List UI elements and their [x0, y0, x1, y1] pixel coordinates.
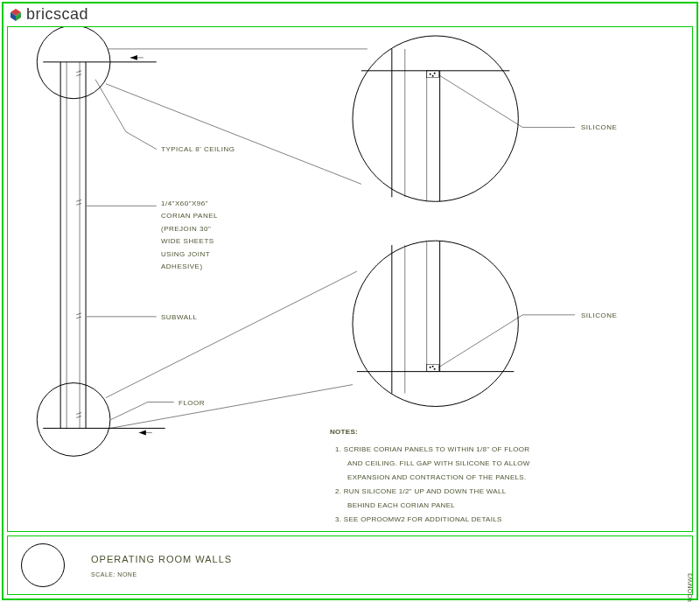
- drawing-area: TYPICAL 8' CEILING 1/4"X60"X96" CORIAN P…: [7, 26, 693, 532]
- svg-line-14: [76, 317, 81, 318]
- svg-line-32: [110, 385, 353, 429]
- label-silicone-top: SILICONE: [581, 122, 617, 134]
- svg-line-15: [76, 71, 81, 73]
- title-block: OPERATING ROOM WALLS SCALE: NONE: [7, 536, 693, 595]
- label-silicone-bottom: SILICONE: [581, 310, 617, 322]
- svg-line-12: [76, 203, 81, 205]
- svg-point-41: [434, 73, 436, 74]
- app-logo: bricscad: [9, 5, 88, 24]
- label-panel: 1/4"X60"X96" CORIAN PANEL (PREJOIN 30" W…: [161, 198, 218, 273]
- drawing-reference: OPROOMW3: [687, 573, 693, 603]
- svg-point-40: [430, 74, 431, 75]
- label-ceiling: TYPICAL 8' CEILING: [161, 144, 234, 156]
- svg-line-27: [111, 402, 148, 420]
- title-detail-circle: [21, 543, 65, 587]
- svg-point-10: [37, 383, 110, 457]
- svg-point-52: [430, 367, 431, 368]
- svg-line-30: [106, 84, 361, 185]
- svg-point-45: [353, 241, 518, 406]
- drawing-title: OPERATING ROOM WALLS: [91, 554, 232, 564]
- svg-line-31: [106, 271, 357, 397]
- svg-line-13: [76, 313, 81, 315]
- svg-marker-22: [139, 430, 146, 435]
- label-floor: FLOOR: [178, 397, 205, 410]
- svg-line-18: [76, 416, 81, 417]
- svg-line-11: [76, 200, 81, 201]
- svg-point-9: [37, 27, 110, 99]
- svg-line-23: [95, 80, 126, 132]
- svg-point-42: [432, 75, 434, 77]
- bricscad-icon: [9, 8, 23, 22]
- svg-point-54: [432, 366, 434, 368]
- svg-line-16: [76, 74, 81, 76]
- svg-point-33: [353, 36, 518, 201]
- svg-point-53: [434, 368, 436, 370]
- app-name: bricscad: [26, 5, 88, 24]
- notes-block: NOTES: 1. SCRIBE CORIAN PANELS TO WITHIN…: [330, 425, 530, 527]
- drawing-scale: SCALE: NONE: [91, 571, 232, 578]
- svg-marker-20: [130, 55, 137, 60]
- svg-line-24: [126, 132, 157, 150]
- label-subwall: SUBWALL: [161, 312, 197, 324]
- svg-line-17: [76, 412, 81, 414]
